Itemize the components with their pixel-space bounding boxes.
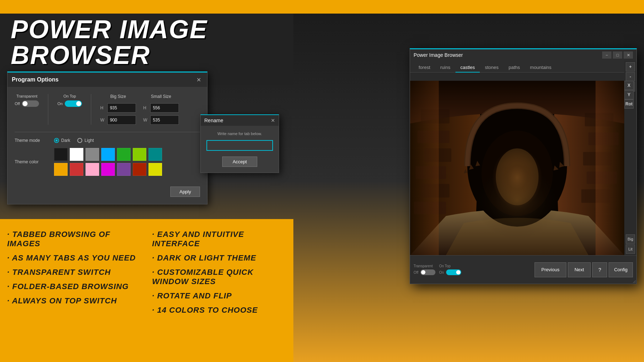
transparent-bottom-toggle-row: Off xyxy=(414,269,435,275)
ontop-bottom-thumb xyxy=(456,270,460,274)
program-options-body: Transparent Off On Top On xyxy=(8,87,207,204)
on-top-on-label: On xyxy=(57,101,63,106)
dark-radio[interactable]: Dark xyxy=(54,138,70,143)
on-top-label: On Top xyxy=(63,94,76,98)
color-swatch-4[interactable] xyxy=(117,148,131,161)
feature-4: Folder-based browsing xyxy=(7,282,141,291)
big-h-label: H xyxy=(100,105,105,110)
program-options-title: Program Options xyxy=(12,76,59,83)
transparent-bottom-group: Transparent Off xyxy=(414,264,435,275)
tab-castles[interactable]: castles xyxy=(455,63,480,73)
main-window: Power Image Browser − □ ✕ forestruinscas… xyxy=(410,48,637,284)
size-btn-big[interactable]: Big xyxy=(626,234,635,244)
rename-close-button[interactable]: ✕ xyxy=(271,118,275,123)
tab-stones[interactable]: stones xyxy=(480,63,503,73)
rename-body: Write name for tab below. Accept xyxy=(201,126,279,173)
light-radio-circle xyxy=(77,138,82,143)
nav-buttons: Previous Next ? Config xyxy=(535,262,633,277)
transform-buttons: XYRot xyxy=(624,81,636,109)
transparent-bottom-thumb xyxy=(421,270,425,274)
svg-rect-18 xyxy=(596,81,624,255)
previous-button[interactable]: Previous xyxy=(535,262,566,277)
dark-label: Dark xyxy=(61,138,70,143)
rename-input[interactable] xyxy=(206,140,273,151)
theme-color-label: Theme color xyxy=(15,159,47,164)
transform-btn-y[interactable]: Y xyxy=(624,90,634,99)
on-top-toggle[interactable] xyxy=(65,100,82,107)
color-swatch-6[interactable] xyxy=(148,148,162,161)
color-swatch-5[interactable] xyxy=(133,148,146,161)
big-w-input[interactable] xyxy=(107,115,136,125)
small-h-input[interactable] xyxy=(150,103,179,113)
side-btn-+[interactable]: + xyxy=(626,62,635,71)
dark-radio-circle xyxy=(54,138,59,143)
program-options-dialog: Program Options ✕ Transparent Off On Top… xyxy=(7,71,208,204)
close-button[interactable]: ✕ xyxy=(624,51,633,59)
big-h-input[interactable] xyxy=(107,103,136,113)
features-area: Tabbed browsing of images As many tabs a… xyxy=(0,219,293,362)
tunnel-image xyxy=(410,81,624,255)
color-swatch-8[interactable] xyxy=(70,163,83,176)
divider-2 xyxy=(91,94,91,125)
small-size-label: Small Size xyxy=(143,94,179,99)
color-swatch-13[interactable] xyxy=(148,163,162,176)
color-swatch-2[interactable] xyxy=(86,148,99,161)
resize-icon xyxy=(632,279,636,283)
rename-title: Rename xyxy=(204,118,223,123)
color-swatches xyxy=(54,148,169,176)
transparent-bottom-off: Off xyxy=(414,271,418,274)
big-h-row: H xyxy=(100,103,136,113)
light-radio[interactable]: Light xyxy=(77,138,94,143)
color-swatch-9[interactable] xyxy=(86,163,99,176)
feature-7: Dark or light theme xyxy=(152,253,286,263)
features-col-2: Easy and intuitive interface Dark or lig… xyxy=(152,230,286,355)
tabs-bar: forestruinscastlesstonespathsmountains xyxy=(410,61,636,73)
program-options-close-button[interactable]: ✕ xyxy=(194,75,203,84)
transparent-toggle-row: Off xyxy=(15,100,39,107)
size-btn-lit[interactable]: Lit xyxy=(626,244,635,254)
color-swatch-12[interactable] xyxy=(133,163,146,176)
side-btn--[interactable]: - xyxy=(626,72,635,81)
color-swatch-1[interactable] xyxy=(70,148,83,161)
transparent-bottom-toggle[interactable] xyxy=(420,269,435,275)
next-button[interactable]: Next xyxy=(568,262,591,277)
minimize-button[interactable]: − xyxy=(602,51,611,59)
top-bar xyxy=(0,0,644,14)
tab-ruins[interactable]: ruins xyxy=(435,63,455,73)
feature-6: Easy and intuitive interface xyxy=(152,230,286,248)
small-h-row: H xyxy=(143,103,179,113)
svg-rect-17 xyxy=(410,81,439,255)
image-area xyxy=(410,81,624,255)
tab-forest[interactable]: forest xyxy=(414,63,435,73)
feature-5: Always on top switch xyxy=(7,296,141,306)
tab-paths[interactable]: paths xyxy=(503,63,525,73)
help-button[interactable]: ? xyxy=(592,262,607,277)
transparent-thumb xyxy=(23,101,28,106)
config-button[interactable]: Config xyxy=(609,262,633,277)
color-swatch-10[interactable] xyxy=(101,163,115,176)
apply-row: Apply xyxy=(15,181,200,197)
small-h-label: H xyxy=(143,105,148,110)
big-size-group: Big Size H W xyxy=(100,94,136,125)
svg-rect-16 xyxy=(410,81,624,255)
transform-btn-rot[interactable]: Rot xyxy=(624,99,634,109)
accept-button[interactable]: Accept xyxy=(222,157,257,167)
main-titlebar: Power Image Browser − □ ✕ xyxy=(410,49,636,61)
apply-button[interactable]: Apply xyxy=(170,187,200,197)
color-swatch-7[interactable] xyxy=(54,163,68,176)
transparent-toggle[interactable] xyxy=(22,100,39,107)
resize-handle[interactable] xyxy=(631,278,636,284)
color-swatch-3[interactable] xyxy=(101,148,115,161)
big-size-label: Big Size xyxy=(100,94,136,99)
transform-btn-x[interactable]: X xyxy=(624,81,634,90)
main-window-title: Power Image Browser xyxy=(414,52,463,58)
color-swatch-11[interactable] xyxy=(117,163,131,176)
tab-mountains[interactable]: mountains xyxy=(525,63,556,73)
small-w-row: W xyxy=(143,115,179,125)
small-w-input[interactable] xyxy=(150,115,179,125)
color-swatch-0[interactable] xyxy=(54,148,68,161)
rename-hint: Write name for tab below. xyxy=(206,132,273,136)
maximize-button[interactable]: □ xyxy=(613,51,622,59)
transparent-label: Transparent xyxy=(16,94,38,98)
ontop-bottom-toggle[interactable] xyxy=(446,269,461,275)
